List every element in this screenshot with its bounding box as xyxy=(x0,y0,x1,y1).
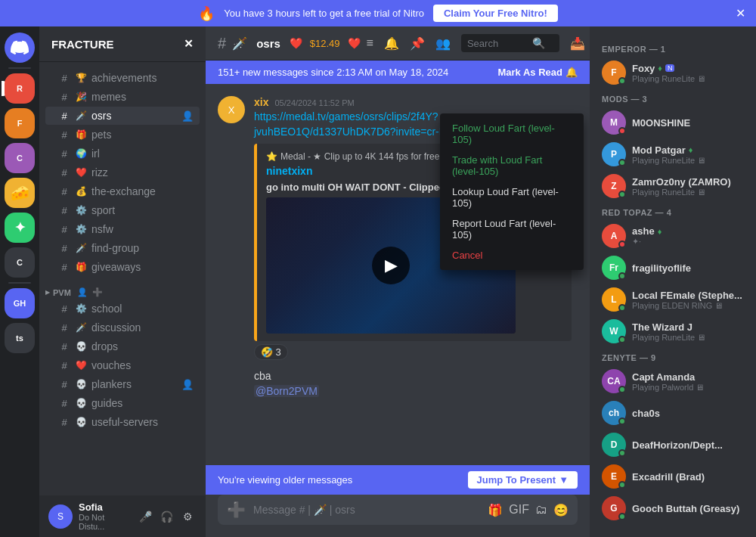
channel-item-vouches[interactable]: # ❤️ vouches xyxy=(45,356,200,374)
chat-input-area: ➕ 🎁 GIF 🗂 😊 xyxy=(206,495,590,537)
channel-item-the-exchange[interactable]: # 💰 the-exchange xyxy=(45,182,200,200)
channel-item-giveaways[interactable]: # 🎁 giveaways xyxy=(45,258,200,276)
pvm-collapse-icon: ▸ xyxy=(45,287,50,297)
chat-header-right: ≡ 🔔 📌 👥 🔍 📥 ❓ xyxy=(367,34,590,52)
pin-icon[interactable]: 📌 xyxy=(410,36,425,51)
channel-item-irl[interactable]: # 🌍 irl xyxy=(45,144,200,163)
claim-nitro-button[interactable]: Claim Your Free Nitro! xyxy=(433,5,558,22)
server-fracture[interactable]: F xyxy=(5,108,35,138)
server-star[interactable]: ✦ xyxy=(5,213,35,243)
channel-item-nsfw[interactable]: # ⚙️ nsfw xyxy=(45,220,200,238)
hash-icon: # xyxy=(57,398,71,409)
channel-item-memes[interactable]: # 🎉 memes xyxy=(45,88,200,106)
status-dot-fragility xyxy=(618,272,626,280)
server-r[interactable]: R xyxy=(5,73,35,104)
channel-item-useful-servers[interactable]: # 💀 useful-servers xyxy=(45,413,200,431)
close-nitro-banner[interactable]: ✕ xyxy=(736,6,745,20)
channel-name: vouches xyxy=(91,359,131,371)
channel-emoji: ⚙️ xyxy=(76,205,87,216)
msg-avatar-xix: X xyxy=(218,96,245,123)
channel-item-achievements[interactable]: # 🏆 achievements xyxy=(45,69,200,87)
mention-born2pvm[interactable]: @Born2PVM xyxy=(254,385,319,397)
user-area: S Sofia Do Not Distu... 🎤 🎧 ⚙ xyxy=(39,495,206,537)
context-cancel[interactable]: Cancel xyxy=(445,245,579,265)
member-name-zamro: ZamrOz0ny (ZAMRO) xyxy=(632,176,744,188)
context-lookup[interactable]: Lookup Loud Fart (level-105) xyxy=(445,182,579,213)
member-item-moonshine[interactable]: M M0ONSHINE xyxy=(596,107,750,138)
server-ts[interactable]: ts xyxy=(5,323,35,353)
channel-item-school[interactable]: # ⚙️ school xyxy=(45,300,200,318)
member-item-modpatgar[interactable]: P Mod Patgar ♦ Playing RuneLite 🖥 xyxy=(596,139,750,169)
member-item-foxy[interactable]: F Foxy ♦ N Playing RuneLite 🖥 xyxy=(596,57,750,88)
search-input[interactable] xyxy=(467,38,528,49)
member-item-gooch[interactable]: G Gooch Buttah (Greasy) xyxy=(596,493,750,523)
search-icon[interactable]: 🔍 xyxy=(532,37,545,49)
video-play-button[interactable]: ▶ xyxy=(372,247,410,284)
hash-icon: # xyxy=(57,129,71,141)
channel-name: osrs xyxy=(91,110,111,122)
server-c2[interactable]: C xyxy=(5,247,35,278)
channel-item-pets[interactable]: # 🎁 pets xyxy=(45,126,200,144)
pvm-category[interactable]: ▸ PVM 👤 ➕ xyxy=(39,277,206,299)
hash-icon: # xyxy=(57,243,71,254)
channel-item-discussion[interactable]: # 🗡️ discussion xyxy=(45,318,200,337)
member-avatar-deafhorizon: D xyxy=(602,433,626,457)
mark-read-icon: 🔔 xyxy=(565,67,578,78)
chat-header: # 🗡️ osrs ❤️ $12.49 ❤️ ≡ 🔔 📌 👥 🔍 xyxy=(206,26,590,61)
member-info-chaos: cha0s xyxy=(632,408,744,419)
inbox-icon[interactable]: 📥 xyxy=(570,36,585,51)
settings-button[interactable]: ⚙ xyxy=(178,508,197,526)
channel-emoji: 🎁 xyxy=(76,262,87,272)
user-status: Do Not Distu... xyxy=(79,513,130,531)
status-dot-excadrill xyxy=(618,481,626,489)
mute-button[interactable]: 🎤 xyxy=(136,508,154,526)
notifications-icon[interactable]: 🔔 xyxy=(384,36,399,51)
channel-emoji: ❤️ xyxy=(76,360,87,371)
context-follow[interactable]: Follow Loud Fart (level-105) xyxy=(445,118,579,150)
member-item-captamanda[interactable]: CA Capt Amanda Playing Palworld 🖥 xyxy=(596,366,750,396)
member-item-chaos[interactable]: ch cha0s xyxy=(596,398,750,428)
channel-item-plankers[interactable]: # 💀 plankers 👤 xyxy=(45,375,200,393)
members-icon[interactable]: 👥 xyxy=(435,36,451,51)
hash-icon: # xyxy=(57,341,71,352)
context-trade[interactable]: Trade with Loud Fart (level-105) xyxy=(445,150,579,182)
channel-item-sport[interactable]: # ⚙️ sport xyxy=(45,201,200,219)
member-item-localfemale[interactable]: L Local FEmale (Stephe... Playing ELDEN … xyxy=(596,284,750,315)
channel-item-drops[interactable]: # 💀 drops xyxy=(45,337,200,355)
member-game-ashe: ✦· xyxy=(632,237,744,247)
add-file-button[interactable]: ➕ xyxy=(227,501,246,519)
server-gh[interactable]: GH xyxy=(5,288,35,318)
msg-text-cba: cba @Born2PVM xyxy=(254,369,578,399)
reaction-laugh[interactable]: 🤣 3 xyxy=(254,344,288,360)
threads-icon[interactable]: ≡ xyxy=(367,36,373,50)
context-report[interactable]: Report Loud Fart (level-105) xyxy=(445,213,579,245)
gift-button[interactable]: 🎁 xyxy=(488,503,503,517)
member-item-deafhorizon[interactable]: D DeafHorizon/Dept... xyxy=(596,430,750,460)
channel-item-osrs[interactable]: # 🗡️ osrs 👤 xyxy=(45,107,200,125)
discord-home-button[interactable] xyxy=(5,33,35,63)
member-badge-modpatgar: ♦ xyxy=(689,145,693,154)
channel-item-find-group[interactable]: # 🗡️ find-group xyxy=(45,239,200,257)
member-item-zamro[interactable]: Z ZamrOz0ny (ZAMRO) Playing RuneLite 🖥 xyxy=(596,171,750,201)
server-c[interactable]: C xyxy=(5,143,35,173)
emoji-button[interactable]: 😊 xyxy=(553,503,569,517)
member-name-moonshine: M0ONSHINE xyxy=(632,117,744,129)
status-dot-chaos xyxy=(618,417,626,425)
sticker-button[interactable]: 🗂 xyxy=(535,503,547,517)
member-item-wizard[interactable]: W The Wizard J Playing RuneLite 🖥 xyxy=(596,316,750,346)
deafen-button[interactable]: 🎧 xyxy=(157,508,175,526)
members-sidebar: EMPEROR — 1 F Foxy ♦ N Playing RuneLite … xyxy=(590,26,756,537)
message-input[interactable] xyxy=(253,504,480,516)
member-item-excadrill[interactable]: E Excadrill (Brad) xyxy=(596,461,750,492)
member-item-fragility[interactable]: Fr fragilityoflife xyxy=(596,253,750,283)
jump-to-present-button[interactable]: Jump To Present ▼ xyxy=(468,471,578,489)
server-header[interactable]: FRACTURE ✕ xyxy=(39,26,206,62)
channel-item-guides[interactable]: # 💀 guides xyxy=(45,394,200,412)
gif-button[interactable]: GIF xyxy=(509,503,529,517)
member-item-ashe[interactable]: A ashe ♦ ✦· xyxy=(596,221,750,251)
mark-read-button[interactable]: Mark As Read 🔔 xyxy=(498,67,578,78)
member-avatar-excadrill: E xyxy=(602,464,626,489)
channel-name: rizz xyxy=(91,166,108,178)
server-cheese[interactable]: 🧀 xyxy=(5,178,35,208)
channel-item-rizz[interactable]: # ❤️ rizz xyxy=(45,163,200,182)
